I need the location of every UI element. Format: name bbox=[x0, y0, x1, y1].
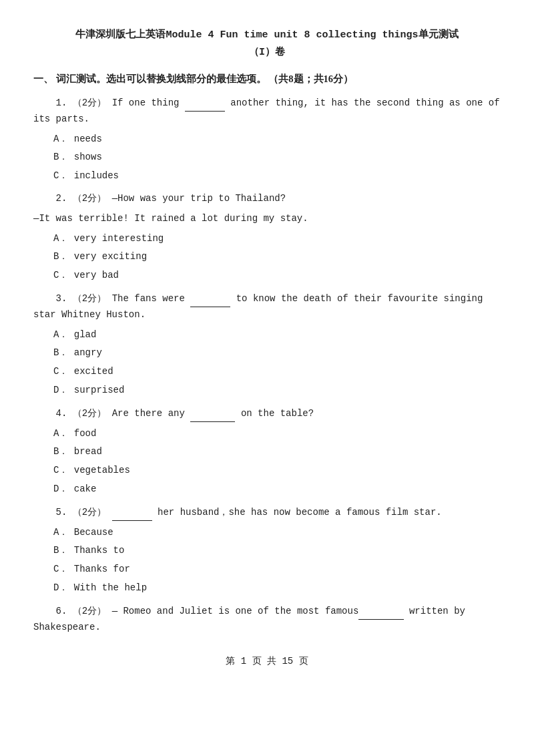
q2-option-c: C． very bad bbox=[53, 268, 501, 284]
q5-option-c: C． Thanks for bbox=[53, 562, 501, 578]
question-6-text: 6. （2分） — Romeo and Juliet is one of the… bbox=[33, 603, 501, 636]
question-5: 5. （2分） her husband，she has now become a… bbox=[33, 504, 501, 596]
question-2-dialog: —It was terrible! It rained a lot during… bbox=[33, 211, 501, 227]
q1-option-b: B． shows bbox=[53, 150, 501, 166]
question-3: 3. （2分） The fans were to know the death … bbox=[33, 291, 501, 399]
q1-option-c: C． includes bbox=[53, 168, 501, 184]
q4-option-c: C． vegetables bbox=[53, 463, 501, 479]
question-5-text: 5. （2分） her husband，she has now become a… bbox=[33, 504, 501, 521]
q3-option-a: A． glad bbox=[53, 327, 501, 343]
question-2: 2. （2分） —How was your trip to Thailand? … bbox=[33, 191, 501, 284]
q4-option-d: D． cake bbox=[53, 482, 501, 498]
q5-option-b: B． Thanks to bbox=[53, 543, 501, 559]
q3-option-b: B． angry bbox=[53, 345, 501, 361]
question-1-text: 1. （2分） If one thing another thing, it h… bbox=[33, 95, 501, 128]
q3-option-c: C． excited bbox=[53, 364, 501, 380]
q5-option-a: A． Because bbox=[53, 525, 501, 541]
question-2-text: 2. （2分） —How was your trip to Thailand? bbox=[33, 191, 501, 207]
page-title: 牛津深圳版七上英语Module 4 Fun time unit 8 collec… bbox=[33, 27, 501, 61]
q4-option-a: A． food bbox=[53, 426, 501, 442]
question-1: 1. （2分） If one thing another thing, it h… bbox=[33, 95, 501, 184]
page-footer: 第 1 页 共 15 页 bbox=[33, 655, 501, 667]
q4-option-b: B． bread bbox=[53, 444, 501, 460]
question-3-text: 3. （2分） The fans were to know the death … bbox=[33, 291, 501, 323]
section1-header: 一、 词汇测试。选出可以替换划线部分的最佳选项。 （共8题；共16分） bbox=[33, 73, 501, 85]
q2-option-a: A． very interesting bbox=[53, 231, 501, 247]
q5-option-d: D． With the help bbox=[53, 580, 501, 596]
q3-option-d: D． surprised bbox=[53, 383, 501, 399]
question-4-text: 4. （2分） Are there any on the table? bbox=[33, 405, 501, 422]
question-4: 4. （2分） Are there any on the table? A． f… bbox=[33, 405, 501, 498]
question-6: 6. （2分） — Romeo and Juliet is one of the… bbox=[33, 603, 501, 636]
q1-option-a: A． needs bbox=[53, 132, 501, 148]
q2-option-b: B． very exciting bbox=[53, 249, 501, 265]
